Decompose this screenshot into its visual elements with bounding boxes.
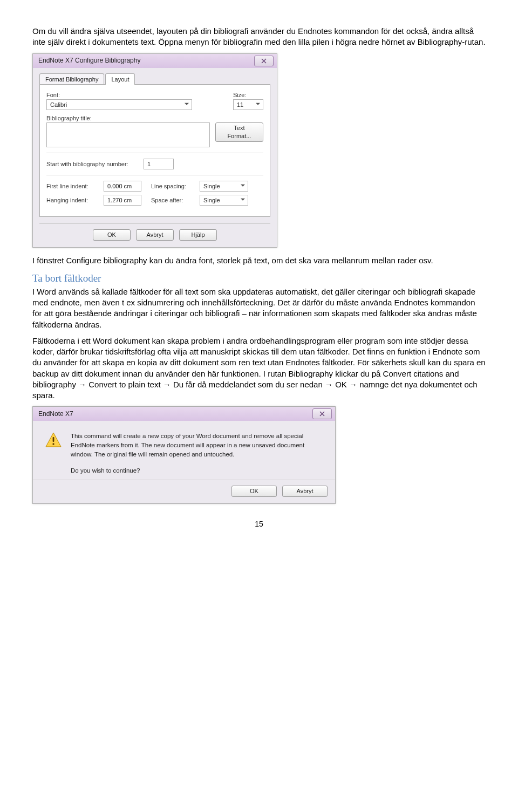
configure-bibliography-dialog: EndNote X7 Configure Bibliography Format… — [32, 53, 277, 248]
close-icon — [261, 58, 267, 64]
endnote-alert-dialog: EndNote X7 This command will create a ne… — [32, 406, 336, 504]
fieldcodes-paragraph-2: Fältkoderna i ett Word dokument kan skap… — [32, 336, 486, 401]
line-spacing-dropdown[interactable]: Single — [200, 181, 248, 192]
remove-fieldcodes-heading: Ta bort fältkoder — [32, 271, 486, 285]
alert-cancel-button[interactable]: Avbryt — [282, 486, 328, 497]
tab-format-bibliography[interactable]: Format Bibliography — [39, 73, 104, 85]
bibliography-title-label: Bibliography title: — [46, 114, 263, 122]
svg-rect-1 — [53, 437, 54, 442]
alert-ok-button[interactable]: OK — [231, 486, 277, 497]
alert-question: Do you wish to continue? — [71, 466, 323, 475]
size-dropdown[interactable]: 11 — [233, 99, 263, 110]
start-number-input[interactable]: 1 — [144, 159, 174, 169]
font-label: Font: — [46, 91, 228, 99]
alert-title: EndNote X7 — [36, 410, 312, 418]
size-label: Size: — [233, 91, 263, 99]
first-line-indent-label: First line indent: — [46, 182, 98, 190]
alert-titlebar: EndNote X7 — [33, 407, 335, 421]
close-icon — [319, 411, 325, 417]
close-button[interactable] — [254, 56, 274, 66]
hanging-indent-input[interactable]: 1.270 cm — [104, 195, 141, 206]
hanging-indent-label: Hanging indent: — [46, 196, 98, 204]
fieldcodes-paragraph-1: I Word används så kallade fältkoder för … — [32, 286, 486, 330]
first-line-indent-input[interactable]: 0.000 cm — [104, 181, 141, 192]
font-dropdown[interactable]: Calibri — [46, 99, 192, 110]
warning-icon — [45, 432, 62, 449]
page-number: 15 — [32, 519, 486, 529]
configure-description-paragraph: I fönstret Configure bibliography kan du… — [32, 255, 486, 266]
bibliography-title-input[interactable] — [46, 122, 210, 147]
start-number-label: Start with bibliography number: — [46, 160, 138, 168]
space-after-dropdown[interactable]: Single — [200, 195, 248, 206]
intro-paragraph: Om du vill ändra själva utseendet, layou… — [32, 26, 486, 48]
space-after-label: Space after: — [151, 196, 194, 204]
svg-point-2 — [52, 443, 54, 445]
dialog-title: EndNote X7 Configure Bibliography — [36, 56, 254, 65]
help-button[interactable]: Hjälp — [179, 229, 217, 241]
text-format-button[interactable]: Text Format... — [215, 122, 263, 142]
alert-message-text: This command will create a new copy of y… — [71, 432, 323, 459]
line-spacing-label: Line spacing: — [151, 182, 194, 190]
tab-layout[interactable]: Layout — [105, 73, 135, 85]
dialog-titlebar: EndNote X7 Configure Bibliography — [33, 54, 277, 68]
alert-message: This command will create a new copy of y… — [71, 432, 323, 475]
cancel-button[interactable]: Avbryt — [136, 229, 174, 241]
alert-close-button[interactable] — [312, 408, 332, 419]
layout-tab-panel: Font: Calibri Size: 11 Bibliography titl… — [39, 84, 270, 217]
ok-button[interactable]: OK — [93, 229, 131, 241]
